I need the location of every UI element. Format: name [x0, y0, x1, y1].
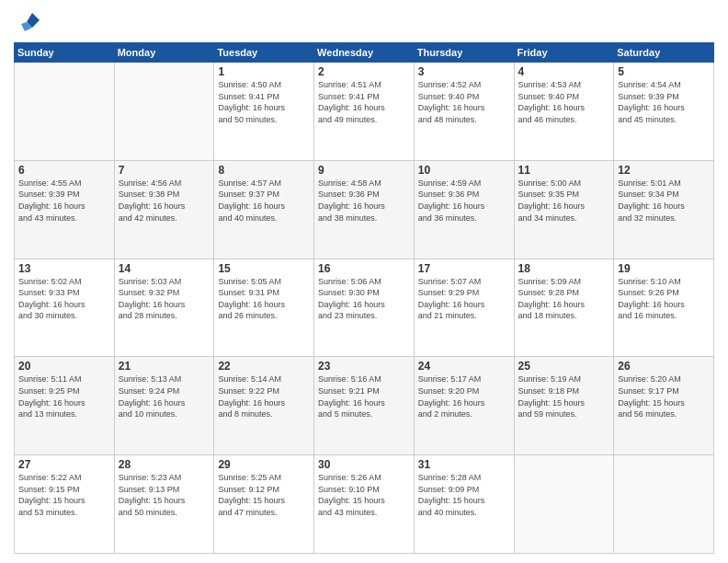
calendar-cell: 26Sunrise: 5:20 AM Sunset: 9:17 PM Dayli…: [614, 357, 714, 455]
day-info: Sunrise: 4:56 AM Sunset: 9:38 PM Dayligh…: [119, 178, 210, 224]
header: [14, 9, 714, 35]
calendar-cell: 16Sunrise: 5:06 AM Sunset: 9:30 PM Dayli…: [314, 259, 415, 357]
calendar-cell: 7Sunrise: 4:56 AM Sunset: 9:38 PM Daylig…: [114, 160, 214, 259]
day-number: 1: [218, 65, 310, 78]
day-number: 14: [119, 262, 210, 275]
calendar-cell: 28Sunrise: 5:23 AM Sunset: 9:13 PM Dayli…: [114, 455, 214, 554]
weekday-header-row: SundayMondayTuesdayWednesdayThursdayFrid…: [15, 43, 714, 63]
day-number: 30: [318, 458, 410, 471]
day-info: Sunrise: 5:17 AM Sunset: 9:20 PM Dayligh…: [418, 373, 510, 419]
day-number: 7: [119, 164, 210, 177]
day-number: 6: [18, 164, 110, 177]
calendar-cell: [114, 63, 214, 161]
day-info: Sunrise: 5:13 AM Sunset: 9:24 PM Dayligh…: [119, 373, 210, 419]
day-number: 8: [218, 164, 310, 177]
day-number: 19: [618, 262, 710, 275]
calendar-cell: 24Sunrise: 5:17 AM Sunset: 9:20 PM Dayli…: [414, 357, 514, 455]
calendar-cell: 11Sunrise: 5:00 AM Sunset: 9:35 PM Dayli…: [514, 160, 614, 259]
day-number: 20: [18, 360, 110, 373]
calendar-cell: 15Sunrise: 5:05 AM Sunset: 9:31 PM Dayli…: [214, 259, 314, 357]
day-info: Sunrise: 5:25 AM Sunset: 9:12 PM Dayligh…: [218, 472, 310, 518]
day-info: Sunrise: 5:28 AM Sunset: 9:09 PM Dayligh…: [418, 472, 510, 518]
calendar-cell: 6Sunrise: 4:55 AM Sunset: 9:39 PM Daylig…: [15, 160, 115, 259]
day-number: 25: [518, 360, 610, 373]
day-info: Sunrise: 5:26 AM Sunset: 9:10 PM Dayligh…: [318, 472, 410, 518]
day-number: 31: [418, 458, 510, 471]
day-info: Sunrise: 5:10 AM Sunset: 9:26 PM Dayligh…: [618, 276, 710, 322]
calendar-week-row: 20Sunrise: 5:11 AM Sunset: 9:25 PM Dayli…: [15, 357, 714, 455]
day-number: 3: [418, 65, 510, 78]
day-info: Sunrise: 5:07 AM Sunset: 9:29 PM Dayligh…: [418, 276, 510, 322]
day-info: Sunrise: 5:00 AM Sunset: 9:35 PM Dayligh…: [518, 178, 610, 224]
day-number: 22: [218, 360, 310, 373]
day-number: 9: [318, 164, 410, 177]
calendar-cell: 1Sunrise: 4:50 AM Sunset: 9:41 PM Daylig…: [214, 63, 314, 161]
day-number: 13: [18, 262, 110, 275]
day-number: 24: [418, 360, 510, 373]
calendar-cell: 29Sunrise: 5:25 AM Sunset: 9:12 PM Dayli…: [214, 455, 314, 554]
day-number: 11: [518, 164, 610, 177]
calendar-cell: 14Sunrise: 5:03 AM Sunset: 9:32 PM Dayli…: [114, 259, 214, 357]
day-number: 18: [518, 262, 610, 275]
day-info: Sunrise: 5:11 AM Sunset: 9:25 PM Dayligh…: [18, 373, 110, 419]
day-info: Sunrise: 5:19 AM Sunset: 9:18 PM Dayligh…: [518, 373, 610, 419]
calendar-cell: 13Sunrise: 5:02 AM Sunset: 9:33 PM Dayli…: [15, 259, 115, 357]
calendar-cell: 2Sunrise: 4:51 AM Sunset: 9:41 PM Daylig…: [314, 63, 415, 161]
calendar-week-row: 6Sunrise: 4:55 AM Sunset: 9:39 PM Daylig…: [15, 160, 714, 259]
day-info: Sunrise: 5:01 AM Sunset: 9:34 PM Dayligh…: [618, 178, 710, 224]
calendar-cell: 25Sunrise: 5:19 AM Sunset: 9:18 PM Dayli…: [514, 357, 614, 455]
calendar-cell: 8Sunrise: 4:57 AM Sunset: 9:37 PM Daylig…: [214, 160, 314, 259]
weekday-header: Saturday: [614, 43, 714, 63]
day-number: 27: [18, 458, 110, 471]
day-number: 10: [418, 164, 510, 177]
calendar-week-row: 1Sunrise: 4:50 AM Sunset: 9:41 PM Daylig…: [15, 63, 714, 161]
day-info: Sunrise: 5:05 AM Sunset: 9:31 PM Dayligh…: [218, 276, 310, 322]
day-info: Sunrise: 5:22 AM Sunset: 9:15 PM Dayligh…: [18, 472, 110, 518]
day-info: Sunrise: 4:52 AM Sunset: 9:40 PM Dayligh…: [418, 79, 510, 125]
calendar-cell: 18Sunrise: 5:09 AM Sunset: 9:28 PM Dayli…: [514, 259, 614, 357]
calendar-cell: 10Sunrise: 4:59 AM Sunset: 9:36 PM Dayli…: [414, 160, 514, 259]
weekday-header: Sunday: [15, 43, 115, 63]
day-number: 17: [418, 262, 510, 275]
calendar-cell: 3Sunrise: 4:52 AM Sunset: 9:40 PM Daylig…: [414, 63, 514, 161]
page: SundayMondayTuesdayWednesdayThursdayFrid…: [0, 0, 728, 563]
calendar-cell: [614, 455, 714, 554]
logo: [14, 9, 43, 35]
day-number: 12: [618, 164, 710, 177]
day-info: Sunrise: 5:06 AM Sunset: 9:30 PM Dayligh…: [318, 276, 410, 322]
calendar-table: SundayMondayTuesdayWednesdayThursdayFrid…: [14, 42, 714, 554]
calendar-cell: 22Sunrise: 5:14 AM Sunset: 9:22 PM Dayli…: [214, 357, 314, 455]
day-info: Sunrise: 4:59 AM Sunset: 9:36 PM Dayligh…: [418, 178, 510, 224]
day-number: 15: [218, 262, 310, 275]
logo-icon: [14, 9, 40, 35]
calendar-cell: 30Sunrise: 5:26 AM Sunset: 9:10 PM Dayli…: [314, 455, 415, 554]
day-number: 29: [218, 458, 310, 471]
day-number: 26: [618, 360, 710, 373]
day-info: Sunrise: 5:03 AM Sunset: 9:32 PM Dayligh…: [119, 276, 210, 322]
calendar-cell: [514, 455, 614, 554]
calendar-week-row: 13Sunrise: 5:02 AM Sunset: 9:33 PM Dayli…: [15, 259, 714, 357]
day-number: 5: [618, 65, 710, 78]
calendar-cell: 23Sunrise: 5:16 AM Sunset: 9:21 PM Dayli…: [314, 357, 415, 455]
day-info: Sunrise: 4:58 AM Sunset: 9:36 PM Dayligh…: [318, 178, 410, 224]
calendar-cell: 27Sunrise: 5:22 AM Sunset: 9:15 PM Dayli…: [15, 455, 115, 554]
day-info: Sunrise: 4:55 AM Sunset: 9:39 PM Dayligh…: [18, 178, 110, 224]
day-number: 23: [318, 360, 410, 373]
weekday-header: Thursday: [414, 43, 514, 63]
day-number: 4: [518, 65, 610, 78]
calendar-cell: 20Sunrise: 5:11 AM Sunset: 9:25 PM Dayli…: [15, 357, 115, 455]
calendar-cell: 4Sunrise: 4:53 AM Sunset: 9:40 PM Daylig…: [514, 63, 614, 161]
day-info: Sunrise: 5:14 AM Sunset: 9:22 PM Dayligh…: [218, 373, 310, 419]
calendar-cell: 21Sunrise: 5:13 AM Sunset: 9:24 PM Dayli…: [114, 357, 214, 455]
day-info: Sunrise: 4:53 AM Sunset: 9:40 PM Dayligh…: [518, 79, 610, 125]
day-number: 2: [318, 65, 410, 78]
day-info: Sunrise: 5:16 AM Sunset: 9:21 PM Dayligh…: [318, 373, 410, 419]
day-info: Sunrise: 5:09 AM Sunset: 9:28 PM Dayligh…: [518, 276, 610, 322]
day-info: Sunrise: 4:54 AM Sunset: 9:39 PM Dayligh…: [618, 79, 710, 125]
calendar-week-row: 27Sunrise: 5:22 AM Sunset: 9:15 PM Dayli…: [15, 455, 714, 554]
day-number: 16: [318, 262, 410, 275]
weekday-header: Monday: [114, 43, 214, 63]
day-info: Sunrise: 4:57 AM Sunset: 9:37 PM Dayligh…: [218, 178, 310, 224]
weekday-header: Friday: [514, 43, 614, 63]
calendar-cell: 17Sunrise: 5:07 AM Sunset: 9:29 PM Dayli…: [414, 259, 514, 357]
